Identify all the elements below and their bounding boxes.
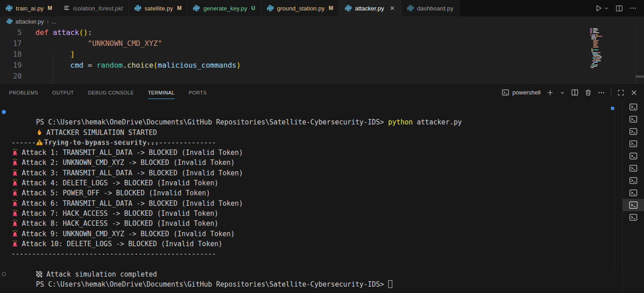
close-tab-icon[interactable] — [389, 5, 395, 11]
terminal-line-started: ATTACKER SIMULATION STARTED — [11, 117, 622, 127]
terminal-line-warning: Trying to bypass security... — [11, 128, 622, 138]
sticky-scroll-line[interactable]: 5 def attack(): — [0, 27, 644, 38]
terminal-prompt-line: PS C:\Users\hemak\OneDrive\Documents\Git… — [11, 269, 622, 279]
tab-problems[interactable]: PROBLEMS — [9, 86, 38, 99]
siren-icon — [11, 189, 19, 196]
terminal-attack-line: Attack 6: TRANSMIT_ALL_DATA -> BLOCKED (… — [11, 199, 622, 209]
tab-attacker[interactable]: attacker.py — [339, 0, 401, 16]
tab-train-ai[interactable]: train_ai.py M — [0, 0, 58, 16]
tab-label: train_ai.py — [16, 5, 44, 12]
tab-terminal[interactable]: TERMINAL — [148, 86, 175, 99]
close-panel-icon[interactable] — [630, 89, 638, 96]
terminal-instance-item[interactable] — [623, 162, 644, 174]
siren-icon — [11, 230, 19, 237]
minimap[interactable] — [589, 27, 631, 78]
new-terminal-icon[interactable] — [546, 89, 554, 96]
breadcrumb[interactable]: attacker.py › ... — [0, 16, 644, 26]
terminal-instance-item[interactable] — [623, 101, 644, 113]
editor-actions — [595, 0, 644, 16]
python-icon — [5, 5, 13, 12]
command-pending-decoration[interactable] — [2, 272, 6, 276]
terminal-divider: ----------------------------------------… — [11, 138, 622, 148]
python-icon — [345, 5, 352, 12]
command-overview-mark — [611, 107, 614, 110]
run-dropdown-chevron-icon[interactable] — [604, 5, 609, 11]
terminal-icon — [629, 176, 638, 185]
terminal-instances-strip — [622, 101, 644, 293]
terminal-icon — [629, 115, 638, 124]
terminal-instance-item[interactable] — [623, 113, 644, 125]
more-actions-icon[interactable] — [629, 5, 637, 12]
tab-generate-key[interactable]: generate_key.py U — [187, 0, 261, 16]
terminal-attack-line: Attack 5: POWER_OFF -> BLOCKED (Invalid … — [11, 188, 622, 198]
breadcrumb-file[interactable]: attacker.py — [15, 18, 44, 25]
terminal-instance-item-active[interactable] — [623, 199, 644, 211]
terminal-attack-line: Attack 1: TRANSMIT_ALL_DATA -> BLOCKED (… — [11, 148, 622, 158]
python-icon — [407, 5, 414, 12]
terminal-line-completed: Attack simulation completed — [11, 259, 622, 269]
split-terminal-icon[interactable] — [571, 89, 579, 96]
terminal-instance-item[interactable] — [623, 187, 644, 199]
more-actions-icon[interactable] — [598, 89, 605, 96]
terminal-icon — [629, 103, 638, 111]
tab-dashboard[interactable]: dashboard.py — [401, 0, 459, 16]
siren-icon — [11, 179, 19, 186]
tab-label: satellite.py — [145, 5, 173, 12]
tab-output[interactable]: OUTPUT — [52, 86, 74, 99]
siren-icon — [11, 199, 19, 207]
tab-label: isolation_forest.pkl — [73, 5, 123, 12]
terminal-icon — [629, 189, 638, 197]
tab-satellite[interactable]: satellite.py M — [129, 0, 188, 16]
line-number: 17 — [0, 38, 22, 49]
command-success-decoration[interactable] — [2, 110, 6, 114]
terminal-attack-line: Attack 3: TRANSMIT_ALL_DATA -> BLOCKED (… — [11, 168, 622, 178]
kill-terminal-icon[interactable] — [585, 89, 592, 96]
terminal-overview-ruler — [615, 101, 615, 269]
tab-ground-station[interactable]: ground_station.py M — [261, 0, 339, 16]
line-number: 19 — [0, 60, 22, 71]
code-line-18: 18 ] — [0, 49, 644, 60]
tab-ports[interactable]: PORTS — [189, 86, 207, 99]
line-number: 5 — [0, 27, 22, 38]
panel-header: PROBLEMS OUTPUT DEBUG CONSOLE TERMINAL P… — [0, 84, 644, 101]
code-line-17: 17 "UNKNOWN_CMD_XYZ" — [0, 38, 644, 49]
terminal-cursor — [388, 280, 392, 288]
editor-area[interactable]: attacker.py › ... 5 def attack(): 17 "UN… — [0, 16, 644, 84]
python-icon — [193, 5, 200, 12]
run-button[interactable] — [595, 4, 603, 12]
split-editor-icon[interactable] — [615, 5, 623, 12]
shell-selector[interactable]: powershell — [502, 89, 541, 96]
minimap-edge — [635, 26, 636, 88]
line-number: 20 — [0, 71, 22, 82]
breadcrumb-symbol[interactable]: ... — [52, 18, 57, 25]
line-number: 18 — [0, 49, 22, 60]
vscode-window: train_ai.py M isolation_forest.pkl satel… — [0, 0, 644, 293]
terminal-attack-line: Attack 8: HACK_ACCESS -> BLOCKED (Invali… — [11, 219, 622, 228]
terminal-attack-line: Attack 9: UNKNOWN_CMD_XYZ -> BLOCKED (In… — [11, 229, 622, 239]
terminal-instance-item[interactable] — [623, 211, 644, 223]
code-area: 5 def attack(): 17 "UNKNOWN_CMD_XYZ" 18 … — [0, 27, 644, 82]
terminal-dropdown-chevron-icon[interactable] — [560, 90, 565, 95]
siren-icon — [11, 219, 19, 227]
terminal-instance-item[interactable] — [623, 174, 644, 187]
siren-icon — [11, 149, 19, 156]
indent-guide — [70, 55, 71, 65]
tab-debug-console[interactable]: DEBUG CONSOLE — [88, 86, 134, 99]
terminal-icon — [502, 89, 509, 96]
tab-isolation-forest[interactable]: isolation_forest.pkl — [58, 0, 129, 16]
terminal-command-line: PS C:\Users\hemak\OneDrive\Documents\Git… — [11, 107, 622, 117]
divider — [611, 89, 611, 96]
terminal-instance-item[interactable] — [623, 150, 644, 162]
python-icon — [267, 5, 274, 12]
terminal-instance-item[interactable] — [623, 125, 644, 138]
scrollbar-nub[interactable] — [636, 75, 644, 78]
terminal-attack-line: Attack 10: DELETE_LOGS -> BLOCKED (Inval… — [11, 239, 622, 249]
editor-tab-bar: train_ai.py M isolation_forest.pkl satel… — [0, 0, 644, 16]
terminal-icon — [629, 200, 638, 210]
tab-label: attacker.py — [355, 5, 384, 12]
terminal-attack-line: Attack 4: DELETE_LOGS -> BLOCKED (Invali… — [11, 178, 622, 188]
terminal-icon — [629, 213, 638, 222]
terminal-output[interactable]: PS C:\Users\hemak\OneDrive\Documents\Git… — [0, 101, 622, 293]
terminal-instance-item[interactable] — [623, 138, 644, 150]
maximize-panel-icon[interactable] — [617, 89, 624, 96]
